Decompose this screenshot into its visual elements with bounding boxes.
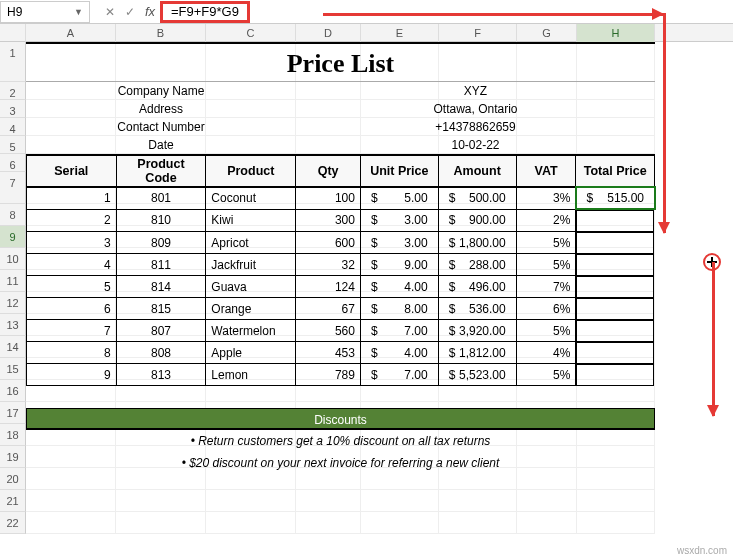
table-cell[interactable]: 808 <box>116 342 206 364</box>
check-icon[interactable]: ✓ <box>120 2 140 22</box>
row-header[interactable]: 11 <box>0 270 26 292</box>
cancel-icon[interactable]: ✕ <box>100 2 120 22</box>
table-cell[interactable]: 124 <box>296 276 361 298</box>
table-cell[interactable]: 32 <box>296 254 361 276</box>
table-cell[interactable]: $536.00 <box>438 298 516 320</box>
table-cell[interactable]: 7 <box>27 320 117 342</box>
table-cell[interactable]: 8 <box>27 342 117 364</box>
table-cell[interactable] <box>576 320 654 342</box>
table-cell[interactable] <box>576 232 654 254</box>
table-cell[interactable]: 600 <box>296 232 361 254</box>
col-header[interactable]: B <box>116 24 206 42</box>
chevron-down-icon[interactable]: ▼ <box>74 7 83 17</box>
table-cell[interactable]: $8.00 <box>360 298 438 320</box>
table-cell[interactable] <box>576 342 654 364</box>
grid-cell[interactable] <box>361 490 439 512</box>
table-cell[interactable]: $7.00 <box>360 320 438 342</box>
grid-cell[interactable] <box>517 490 577 512</box>
row-header[interactable]: 20 <box>0 468 26 490</box>
row-header[interactable]: 7 <box>0 172 26 204</box>
table-cell[interactable]: 2% <box>516 209 576 232</box>
table-cell[interactable]: 560 <box>296 320 361 342</box>
table-cell[interactable]: 789 <box>296 364 361 386</box>
row-header[interactable]: 12 <box>0 292 26 314</box>
grid-cell[interactable] <box>577 490 655 512</box>
row-header[interactable]: 18 <box>0 424 26 446</box>
table-cell[interactable]: 4% <box>516 342 576 364</box>
table-cell[interactable] <box>576 254 654 276</box>
table-cell[interactable]: 6% <box>516 298 576 320</box>
row-header[interactable]: 13 <box>0 314 26 336</box>
table-cell[interactable] <box>576 276 654 298</box>
table-cell[interactable]: $515.00 <box>576 187 655 209</box>
row-header[interactable]: 19 <box>0 446 26 468</box>
table-cell[interactable]: $4.00 <box>360 342 438 364</box>
table-cell[interactable]: 814 <box>116 276 206 298</box>
row-header[interactable]: 4 <box>0 118 26 136</box>
table-cell[interactable]: 811 <box>116 254 206 276</box>
table-cell[interactable]: 810 <box>116 209 206 232</box>
table-cell[interactable]: Apricot <box>206 232 296 254</box>
table-cell[interactable]: 300 <box>296 209 361 232</box>
table-cell[interactable]: Guava <box>206 276 296 298</box>
row-header[interactable]: 22 <box>0 512 26 534</box>
grid-cell[interactable] <box>361 512 439 534</box>
table-cell[interactable]: Kiwi <box>206 209 296 232</box>
grid-cell[interactable] <box>206 490 296 512</box>
row-header[interactable]: 6 <box>0 154 26 172</box>
grid-cell[interactable] <box>296 490 361 512</box>
fx-icon[interactable]: fx <box>140 2 160 22</box>
col-header[interactable]: C <box>206 24 296 42</box>
table-cell[interactable]: 6 <box>27 298 117 320</box>
grid-cell[interactable] <box>116 490 206 512</box>
col-header[interactable]: G <box>517 24 577 42</box>
table-cell[interactable]: 9 <box>27 364 117 386</box>
table-cell[interactable]: $3.00 <box>360 232 438 254</box>
table-cell[interactable]: 813 <box>116 364 206 386</box>
grid-cell[interactable] <box>116 512 206 534</box>
table-cell[interactable]: 4 <box>27 254 117 276</box>
table-cell[interactable]: $9.00 <box>360 254 438 276</box>
table-cell[interactable] <box>576 210 654 232</box>
table-cell[interactable]: $3,920.00 <box>438 320 516 342</box>
table-cell[interactable]: 807 <box>116 320 206 342</box>
name-box[interactable]: H9 ▼ <box>0 1 90 23</box>
row-header[interactable]: 16 <box>0 380 26 402</box>
table-cell[interactable]: 801 <box>116 187 206 209</box>
row-header[interactable]: 1 <box>0 42 26 82</box>
grid-cell[interactable] <box>206 512 296 534</box>
table-cell[interactable]: $900.00 <box>438 209 516 232</box>
table-cell[interactable]: 67 <box>296 298 361 320</box>
table-cell[interactable]: 7% <box>516 276 576 298</box>
table-cell[interactable]: $5,523.00 <box>438 364 516 386</box>
col-header[interactable]: H <box>577 24 655 42</box>
grid-cell[interactable] <box>577 512 655 534</box>
row-header[interactable]: 3 <box>0 100 26 118</box>
grid-cell[interactable] <box>26 512 116 534</box>
table-cell[interactable]: $1,812.00 <box>438 342 516 364</box>
table-cell[interactable]: 5% <box>516 254 576 276</box>
table-cell[interactable] <box>576 364 654 386</box>
col-header[interactable]: F <box>439 24 517 42</box>
table-cell[interactable]: Lemon <box>206 364 296 386</box>
table-cell[interactable]: 3% <box>516 187 576 209</box>
row-header[interactable]: 9 <box>0 226 26 248</box>
grid-cell[interactable] <box>439 490 517 512</box>
table-cell[interactable]: 2 <box>27 209 117 232</box>
table-cell[interactable]: 5% <box>516 232 576 254</box>
row-header[interactable]: 10 <box>0 248 26 270</box>
row-header[interactable]: 15 <box>0 358 26 380</box>
grid-cell[interactable] <box>439 512 517 534</box>
table-cell[interactable]: Apple <box>206 342 296 364</box>
table-cell[interactable]: $496.00 <box>438 276 516 298</box>
table-cell[interactable]: Coconut <box>206 187 296 209</box>
table-cell[interactable]: 5% <box>516 320 576 342</box>
table-cell[interactable]: $500.00 <box>438 187 516 209</box>
table-cell[interactable]: $3.00 <box>360 209 438 232</box>
row-header[interactable]: 14 <box>0 336 26 358</box>
row-header[interactable]: 8 <box>0 204 26 226</box>
grid-cell[interactable] <box>26 490 116 512</box>
row-header[interactable]: 21 <box>0 490 26 512</box>
row-header[interactable]: 17 <box>0 402 26 424</box>
row-header[interactable]: 2 <box>0 82 26 100</box>
